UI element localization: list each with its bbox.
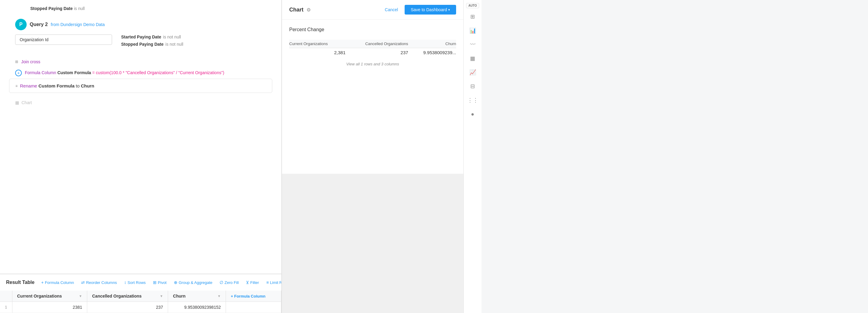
- chart-panel: Chart ⚙ Cancel Save to Dashboard ▾ Perce…: [282, 0, 463, 313]
- view-all-link[interactable]: View all 1 rows and 3 columns: [289, 62, 456, 66]
- formula-row: + Formula Column Custom Formula = custom…: [9, 67, 272, 79]
- filter-row-top: Stopped Paying Date is null: [9, 6, 272, 11]
- col-arrow-1: ▼: [79, 294, 82, 298]
- table-header-row: Current Organizations ▼ Cancelled Organi…: [0, 291, 281, 302]
- limit-rows-btn[interactable]: ≡ Limit Rows: [263, 279, 282, 286]
- chart-data-table: Current Organizations Cancelled Organiza…: [289, 40, 456, 57]
- row-number: 1: [0, 302, 12, 313]
- cell-empty: [226, 302, 281, 313]
- percent-change-title: Percent Change: [289, 27, 456, 32]
- stopped-paying-top-condition: is null: [74, 6, 85, 11]
- chart-val-cancelled: 237: [346, 48, 408, 57]
- save-to-dashboard-button[interactable]: Save to Dashboard ▾: [405, 5, 456, 14]
- chart-val-churn: 9.9538009239...: [408, 48, 456, 57]
- query2-source: from Dundersign Demo Data: [51, 22, 105, 27]
- rename-row: ≡ Rename Custom Formula to Churn: [9, 79, 272, 93]
- sidebar-icon-dots[interactable]: ⋮⋮: [466, 94, 479, 107]
- data-table-area: Current Organizations ▼ Cancelled Organi…: [0, 291, 281, 313]
- query2-block: P Query 2 from Dundersign Demo Data Orga…: [9, 14, 272, 52]
- query-panel: Stopped Paying Date is null P Query 2 fr…: [0, 0, 282, 313]
- sidebar-icon-table[interactable]: ⊞: [466, 10, 479, 23]
- org-id-field[interactable]: Organization Id: [15, 34, 112, 45]
- add-formula-col-header[interactable]: + Formula Column: [226, 291, 281, 302]
- query2-icon: P: [15, 19, 27, 30]
- query-area: Stopped Paying Date is null P Query 2 fr…: [0, 0, 281, 274]
- condition-stopped-paying: Stopped Paying Date is not null: [121, 42, 266, 46]
- save-dropdown-arrow: ▾: [448, 8, 450, 12]
- pivot-btn[interactable]: ⊞ Pivot: [150, 279, 169, 286]
- gear-icon[interactable]: ⚙: [307, 7, 311, 13]
- cancel-button[interactable]: Cancel: [381, 5, 402, 14]
- add-formula-button[interactable]: +: [15, 70, 22, 76]
- sidebar-icon-line-chart[interactable]: 〰: [466, 38, 479, 51]
- sort-rows-btn[interactable]: ↕ Sort Rows: [121, 279, 149, 286]
- col-arrow-3: ▼: [217, 294, 221, 298]
- join-icon: ⊞: [15, 60, 18, 64]
- formula-column-btn[interactable]: + Formula Column: [38, 279, 77, 286]
- chart-table-row: 2,381 237 9.9538009239...: [289, 48, 456, 57]
- result-table: Current Organizations ▼ Cancelled Organi…: [0, 291, 281, 313]
- chart-col-current: Current Organizations: [289, 40, 346, 48]
- col-arrow-2: ▼: [160, 294, 163, 298]
- limit-icon: ≡: [266, 280, 269, 285]
- chart-bar-icon: ▦: [15, 100, 19, 105]
- cell-current-orgs: 2381: [12, 302, 87, 313]
- sidebar-icon-scatter[interactable]: ●: [466, 107, 479, 121]
- auto-badge: AUTO: [466, 3, 479, 8]
- chart-placeholder-row: ▦ Chart: [9, 98, 272, 107]
- query2-title: Query 2: [30, 22, 48, 27]
- cell-cancelled-orgs: 237: [87, 302, 168, 313]
- chart-col-cancelled: Cancelled Organizations: [346, 40, 408, 48]
- formula-text: Formula Column Custom Formula = custom(1…: [25, 70, 272, 76]
- sidebar-icon-bar-chart[interactable]: 📊: [466, 24, 479, 37]
- reorder-columns-btn[interactable]: ⇄ Reorder Columns: [78, 279, 120, 286]
- join-row: ⊞ Join cross: [9, 56, 272, 67]
- group-aggregate-btn[interactable]: ⊕ Group & Aggregate: [171, 279, 215, 286]
- chart-label[interactable]: Chart: [22, 100, 32, 105]
- pivot-icon: ⊞: [153, 280, 157, 285]
- right-sidebar: AUTO ⊞ 📊 〰 ▦ 📈 ⊟ ⋮⋮ ●: [463, 0, 482, 313]
- chart-placeholder-area: [282, 174, 463, 313]
- sidebar-icon-growth-chart[interactable]: 📈: [466, 66, 479, 79]
- table-row: 1 2381 237 9.95380092398152: [0, 302, 281, 313]
- stopped-paying-top-field: Stopped Paying Date: [30, 6, 73, 11]
- row-num-header: [0, 291, 12, 302]
- chart-header: Chart ⚙ Cancel Save to Dashboard ▾: [282, 0, 463, 20]
- chart-val-current: 2,381: [289, 48, 346, 57]
- chart-title-row: Chart ⚙: [289, 7, 311, 13]
- col-header-cancelled-orgs[interactable]: Cancelled Organizations ▼: [87, 291, 168, 302]
- chart-actions: Cancel Save to Dashboard ▾: [381, 5, 456, 14]
- reorder-icon: ⇄: [81, 280, 85, 285]
- result-table-title: Result Table: [6, 280, 34, 285]
- query2-right: Started Paying Date is not null Stopped …: [121, 34, 266, 46]
- chart-title: Chart: [289, 7, 304, 13]
- plus-icon: +: [41, 280, 43, 285]
- condition-started-paying: Started Paying Date is not null: [121, 34, 266, 39]
- query2-header: P Query 2 from Dundersign Demo Data: [15, 19, 266, 30]
- group-icon: ⊕: [174, 280, 178, 285]
- filter-icon: ⊻: [246, 280, 249, 285]
- rename-icon: ≡: [16, 84, 18, 88]
- query2-body: Organization Id Started Paying Date is n…: [15, 34, 266, 46]
- chart-content: Percent Change Current Organizations Can…: [282, 20, 463, 174]
- col-header-current-orgs[interactable]: Current Organizations ▼: [12, 291, 87, 302]
- join-label[interactable]: Join cross: [21, 59, 40, 64]
- chart-col-churn: Churn: [408, 40, 456, 48]
- zero-fill-btn[interactable]: ∅ Zero Fill: [217, 279, 242, 286]
- sort-icon: ↕: [124, 280, 126, 285]
- sidebar-icon-pivot[interactable]: ⊟: [466, 80, 479, 93]
- query2-left: Organization Id: [15, 34, 112, 46]
- rename-text: Rename Custom Formula to Churn: [20, 83, 94, 88]
- col-header-churn[interactable]: Churn ▼: [168, 291, 226, 302]
- chart-table-header-row: Current Organizations Cancelled Organiza…: [289, 40, 456, 48]
- sidebar-icon-area-chart[interactable]: ▦: [466, 52, 479, 65]
- result-toolbar: Result Table + Formula Column ⇄ Reorder …: [0, 274, 281, 291]
- cell-churn: 9.95380092398152: [168, 302, 226, 313]
- filter-btn[interactable]: ⊻ Filter: [243, 279, 262, 286]
- zero-fill-icon: ∅: [220, 280, 223, 285]
